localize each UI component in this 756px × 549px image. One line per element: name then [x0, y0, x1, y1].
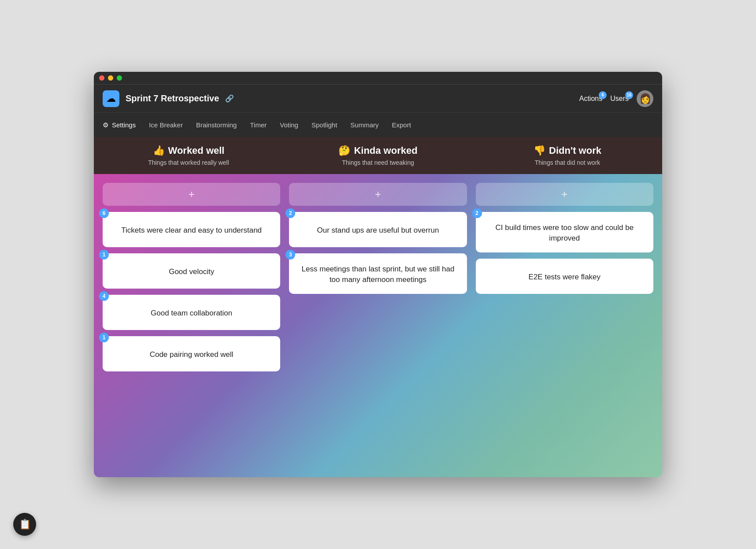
app-header: ☁ Sprint 7 Retrospective 🔗 Actions 6 Use… [94, 84, 662, 112]
card-wrapper-0-0: 6 Tickets were clear and easy to underst… [103, 212, 280, 247]
card-0-1[interactable]: Good velocity [103, 253, 280, 289]
settings-icon: ⚙ [103, 121, 108, 129]
col-header-kinda-worked: 🤔 Kinda worked Things that need tweaking [283, 137, 473, 174]
column-didnt-work: + 2 CI build times were too slow and cou… [476, 183, 653, 468]
link-icon[interactable]: 🔗 [225, 94, 234, 103]
card-0-0[interactable]: Tickets were clear and easy to understan… [103, 212, 280, 247]
card-wrapper-0-3: 1 Code pairing worked well [103, 336, 280, 371]
card-wrapper-0-2: 4 Good team collaboration [103, 295, 280, 330]
navbar: ⚙ Settings Ice Breaker Brainstorming Tim… [94, 112, 662, 137]
card-wrapper-2-1: E2E tests were flakey [476, 259, 653, 294]
header-right: Actions 6 Users 16 👩 [579, 90, 653, 107]
add-card-didnt-work[interactable]: + [476, 183, 653, 206]
columns-header: 👍 Worked well Things that worked really … [94, 137, 662, 174]
kinda-worked-subtitle: Things that need tweaking [292, 159, 464, 166]
app-title: Sprint 7 Retrospective [126, 93, 219, 104]
worked-well-subtitle: Things that worked really well [103, 159, 274, 166]
card-2-0[interactable]: CI build times were too slow and could b… [476, 212, 653, 252]
app-logo: ☁ [103, 90, 119, 107]
users-badge: 16 [625, 91, 633, 99]
fab-icon: 📋 [19, 519, 31, 530]
worked-well-title: Worked well [168, 145, 225, 156]
col-header-didnt-work: 👎 Didn't work Things that did not work [473, 137, 662, 174]
card-2-1[interactable]: E2E tests were flakey [476, 259, 653, 294]
card-1-1[interactable]: Less meetings than last sprint, but we s… [289, 253, 467, 294]
card-1-0[interactable]: Our stand ups are useful but overrun [289, 212, 467, 247]
tab-brainstorming[interactable]: Brainstorming [196, 119, 237, 130]
col-header-worked-well: 👍 Worked well Things that worked really … [94, 137, 283, 174]
card-0-2[interactable]: Good team collaboration [103, 295, 280, 330]
settings-label: Settings [112, 121, 136, 129]
app-window: ☁ Sprint 7 Retrospective 🔗 Actions 6 Use… [94, 72, 662, 477]
maximize-button[interactable] [117, 75, 122, 81]
tab-voting[interactable]: Voting [280, 119, 298, 130]
worked-well-emoji: 👍 [153, 145, 165, 156]
kinda-worked-emoji: 🤔 [338, 145, 350, 156]
tab-ice-breaker[interactable]: Ice Breaker [149, 119, 183, 130]
tab-summary[interactable]: Summary [350, 119, 378, 130]
card-0-3[interactable]: Code pairing worked well [103, 336, 280, 371]
actions-button[interactable]: Actions 6 [579, 95, 602, 103]
column-kinda-worked: + 2 Our stand ups are useful but overrun… [289, 183, 467, 468]
column-worked-well: + 6 Tickets were clear and easy to under… [103, 183, 280, 468]
users-button[interactable]: Users 16 [610, 95, 629, 103]
minimize-button[interactable] [108, 75, 113, 81]
card-wrapper-0-1: 1 Good velocity [103, 253, 280, 289]
settings-nav-item[interactable]: ⚙ Settings [103, 121, 136, 129]
close-button[interactable] [99, 75, 104, 81]
fab-button[interactable]: 📋 [13, 513, 36, 536]
actions-badge: 6 [599, 91, 607, 99]
card-wrapper-1-1: 3 Less meetings than last sprint, but we… [289, 253, 467, 294]
titlebar [94, 72, 662, 84]
board: + 6 Tickets were clear and easy to under… [94, 174, 662, 477]
didnt-work-subtitle: Things that did not work [482, 159, 653, 166]
vote-badge-2-0: 2 [472, 208, 482, 218]
avatar[interactable]: 👩 [637, 90, 653, 107]
didnt-work-title: Didn't work [549, 145, 601, 156]
tab-spotlight[interactable]: Spotlight [311, 119, 337, 130]
card-wrapper-1-0: 2 Our stand ups are useful but overrun [289, 212, 467, 247]
didnt-work-emoji: 👎 [534, 145, 545, 156]
add-card-kinda-worked[interactable]: + [289, 183, 467, 206]
vote-badge-0-1: 1 [99, 250, 109, 260]
tab-timer[interactable]: Timer [250, 119, 267, 130]
kinda-worked-title: Kinda worked [354, 145, 417, 156]
vote-badge-0-2: 4 [99, 291, 109, 301]
add-card-worked-well[interactable]: + [103, 183, 280, 206]
logo-icon: ☁ [106, 93, 116, 104]
vote-badge-0-3: 1 [99, 333, 109, 342]
tab-export[interactable]: Export [392, 119, 411, 130]
vote-badge-0-0: 6 [99, 208, 109, 218]
card-wrapper-2-0: 2 CI build times were too slow and could… [476, 212, 653, 252]
